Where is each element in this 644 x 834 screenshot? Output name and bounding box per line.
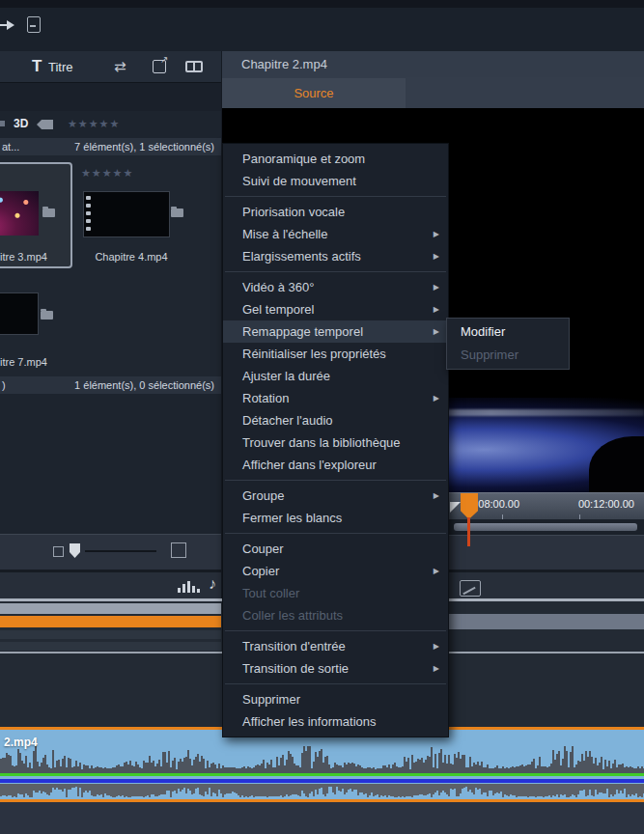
menu-item[interactable]: Suivi de mouvement xyxy=(223,170,448,192)
menu-item[interactable]: Transition d'entrée▶ xyxy=(223,635,448,657)
library-empty-area xyxy=(0,394,221,534)
folder-icon[interactable] xyxy=(171,208,183,217)
thumbnail-stars-clip4[interactable]: ★★★★★ xyxy=(81,167,133,180)
document-icon[interactable] xyxy=(27,16,41,33)
selection-count-text: 7 élément(s), 1 sélectionné(s) xyxy=(74,138,214,155)
menu-item[interactable]: Transition de sortie▶ xyxy=(223,657,448,680)
thumbnail-label-clip7[interactable]: itre 7.mp4 xyxy=(0,356,47,368)
context-submenu: ModifierSupprimer xyxy=(446,318,570,370)
menu-item[interactable]: Fermer les blancs xyxy=(223,507,448,529)
menu-item[interactable]: Détacher l'audio xyxy=(223,409,448,431)
menu-item-label: Couper xyxy=(242,542,284,556)
menu-item-label: Vidéo à 360° xyxy=(242,280,314,294)
timeline-bottom-area xyxy=(0,802,644,834)
menu-item[interactable]: Modifier xyxy=(447,320,569,344)
tag-icon[interactable] xyxy=(37,120,53,129)
menu-separator xyxy=(225,533,446,534)
menu-separator xyxy=(225,630,446,631)
swap-icon[interactable]: ⇄ xyxy=(114,58,126,75)
submenu-arrow-icon: ▶ xyxy=(434,298,439,320)
menu-item-label: Coller les attributs xyxy=(242,608,343,623)
library-filter-bar: 3D ★★★★★ ▼ xyxy=(0,111,221,138)
menu-item: Coller les attributs xyxy=(223,604,448,626)
menu-item[interactable]: Mise à l'échelle▶ xyxy=(223,223,448,245)
menu-separator xyxy=(225,196,446,197)
track-clip-orange[interactable] xyxy=(0,616,221,627)
rating-stars[interactable]: ★★★★★ xyxy=(68,118,120,130)
menu-item[interactable]: Vidéo à 360°▶ xyxy=(223,276,448,298)
clipped-icon xyxy=(0,121,5,126)
menu-item[interactable]: Ajuster la durée xyxy=(223,365,448,387)
menu-separator xyxy=(225,271,446,272)
timeline-clip-selected[interactable]: 2.mp4 xyxy=(0,727,644,802)
menu-separator xyxy=(225,683,446,684)
menu-item-label: Réinitialiser les propriétés xyxy=(242,347,386,361)
zoom-slider-handle[interactable] xyxy=(70,543,80,558)
timeline-clip-label: 2.mp4 xyxy=(4,736,38,749)
titre-tab-label[interactable]: Titre xyxy=(48,60,73,74)
menu-item[interactable]: Afficher dans l'exploreur xyxy=(223,454,448,476)
mark-in-icon[interactable] xyxy=(450,502,461,513)
thumbnail-image-clip4[interactable] xyxy=(83,191,170,237)
menu-item[interactable]: Copier▶ xyxy=(223,560,448,582)
submenu-arrow-icon: ▶ xyxy=(434,485,439,507)
source-tab[interactable]: Source xyxy=(222,78,406,108)
menu-item[interactable]: Rotation▶ xyxy=(223,387,448,409)
mask-graphics-icon[interactable] xyxy=(460,580,481,597)
volume-keyframe-line[interactable] xyxy=(0,779,644,783)
menu-item-label: Supprimer xyxy=(242,692,300,707)
music-clef-icon[interactable]: ♪ xyxy=(209,575,216,593)
thumbnail-label-clip4[interactable]: Chapitre 4.mp4 xyxy=(83,251,180,263)
submenu-arrow-icon: ▶ xyxy=(434,223,439,245)
share-arrow-icon[interactable] xyxy=(0,17,15,33)
menu-item-label: Modifier xyxy=(461,324,505,339)
thumbnail-label-clip3[interactable]: itre 3.mp4 xyxy=(0,251,47,263)
menu-item-label: Priorisation vocale xyxy=(242,205,345,219)
player-clip-tab[interactable]: Chapitre 2.mp4 xyxy=(241,51,327,77)
thumbnail-image-clip7[interactable] xyxy=(0,292,39,335)
menu-item[interactable]: Priorisation vocale xyxy=(223,201,448,223)
menu-item-label: Détacher l'audio xyxy=(242,413,333,428)
thumbnail-image-clip3[interactable] xyxy=(0,191,39,236)
menu-item: Tout coller xyxy=(223,582,448,604)
speed-keyframe-line[interactable] xyxy=(0,773,644,776)
menu-item[interactable]: Supprimer xyxy=(223,688,448,710)
menu-separator xyxy=(225,480,446,481)
folder-icon[interactable] xyxy=(41,311,53,320)
submenu-arrow-icon: ▶ xyxy=(434,635,439,657)
player-clip-tab-bar: Chapitre 2.mp4 xyxy=(222,51,644,77)
top-strip xyxy=(0,0,644,8)
dual-pane-icon[interactable] xyxy=(185,61,203,72)
menu-item-label: Rotation xyxy=(242,391,289,405)
submenu-arrow-icon: ▶ xyxy=(434,387,439,409)
menu-item[interactable]: Trouver dans la bibliothèque xyxy=(223,431,448,454)
menu-item-label: Remappage temporel xyxy=(242,324,363,339)
menu-item[interactable]: Réinitialiser les propriétés xyxy=(223,343,448,365)
histogram-icon[interactable] xyxy=(178,581,200,593)
zoom-in-icon[interactable] xyxy=(171,542,186,558)
menu-item[interactable]: Couper xyxy=(223,538,448,560)
menu-item[interactable]: Remappage temporel▶ xyxy=(223,320,448,343)
track-clip-gray-right[interactable] xyxy=(449,614,644,629)
mode-3d-toggle[interactable]: 3D xyxy=(14,117,28,130)
library-status-bar-top: at... 7 élément(s), 1 sélectionné(s) xyxy=(0,138,221,155)
folder-icon[interactable] xyxy=(42,208,55,217)
zoom-out-icon[interactable] xyxy=(53,546,64,557)
menu-item[interactable]: Panoramique et zoom xyxy=(223,148,448,170)
menu-item[interactable]: Gel temporel▶ xyxy=(223,298,448,320)
menu-item[interactable]: Afficher les informations xyxy=(223,710,448,733)
menu-item-label: Fermer les blancs xyxy=(242,511,342,525)
track-stripe xyxy=(0,630,221,639)
menu-item[interactable]: Elargissements actifs▶ xyxy=(223,245,448,267)
menu-item-label: Mise à l'échelle xyxy=(242,227,327,241)
context-menu: Panoramique et zoomSuivi de mouvementPri… xyxy=(222,143,449,737)
menu-item-label: Suivi de mouvement xyxy=(242,174,356,188)
histogram-bar xyxy=(187,581,190,593)
zoom-slider-track[interactable] xyxy=(85,550,156,552)
track-clip-gray[interactable] xyxy=(0,603,221,614)
menu-item[interactable]: Groupe▶ xyxy=(223,485,448,507)
preview-scrollbar[interactable] xyxy=(454,523,637,531)
menu-item-label: Afficher les informations xyxy=(242,714,377,729)
submenu-arrow-icon: ▶ xyxy=(434,657,439,680)
audio-waveform-lower xyxy=(0,784,644,799)
